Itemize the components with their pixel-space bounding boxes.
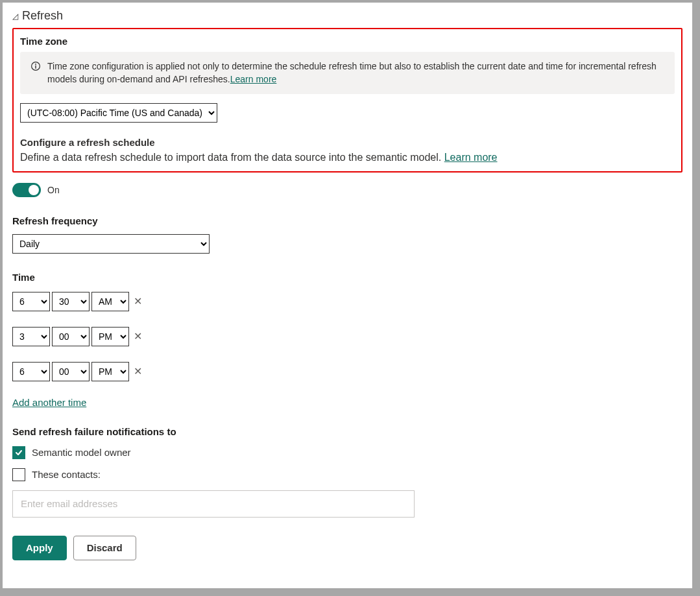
- schedule-toggle[interactable]: [12, 183, 41, 197]
- timezone-label: Time zone: [20, 36, 675, 47]
- remove-time-icon[interactable]: ✕: [131, 330, 145, 342]
- time-minute-select[interactable]: 00: [52, 362, 90, 381]
- add-another-time-link[interactable]: Add another time: [12, 397, 86, 408]
- time-row: 6 00 PM ✕: [12, 362, 682, 381]
- timezone-info-banner: Time zone configuration is applied not o…: [20, 52, 675, 94]
- info-icon: [30, 61, 41, 75]
- time-ampm-select[interactable]: PM: [91, 327, 129, 346]
- section-title: Refresh: [22, 9, 63, 23]
- contacts-input[interactable]: [12, 490, 415, 518]
- discard-button[interactable]: Discard: [73, 536, 136, 560]
- time-hour-select[interactable]: 6: [12, 362, 50, 381]
- apply-button[interactable]: Apply: [12, 536, 67, 560]
- svg-rect-2: [35, 66, 36, 69]
- collapse-icon: ◿: [12, 12, 18, 21]
- time-row: 6 30 AM ✕: [12, 292, 682, 311]
- timezone-info-text: Time zone configuration is applied not o…: [47, 60, 664, 86]
- time-minute-select[interactable]: 30: [52, 292, 90, 311]
- time-hour-select[interactable]: 3: [12, 327, 50, 346]
- time-hour-select[interactable]: 6: [12, 292, 50, 311]
- section-header[interactable]: ◿ Refresh: [12, 9, 682, 23]
- schedule-heading: Configure a refresh schedule: [20, 137, 675, 148]
- timezone-learn-more-link[interactable]: Learn more: [230, 74, 277, 84]
- refresh-settings-panel: ◿ Refresh Time zone Time zone configurat…: [0, 0, 695, 591]
- svg-point-1: [35, 64, 36, 65]
- time-ampm-select[interactable]: PM: [91, 362, 129, 381]
- timezone-select[interactable]: (UTC-08:00) Pacific Time (US and Canada): [20, 103, 217, 123]
- schedule-description: Define a data refresh schedule to import…: [20, 152, 675, 163]
- frequency-label: Refresh frequency: [12, 215, 682, 226]
- time-label: Time: [12, 272, 682, 283]
- schedule-learn-more-link[interactable]: Learn more: [444, 152, 498, 163]
- owner-checkbox-label: Semantic model owner: [32, 447, 131, 458]
- time-row: 3 00 PM ✕: [12, 327, 682, 346]
- owner-checkbox[interactable]: [12, 446, 25, 459]
- contacts-checkbox-label: These contacts:: [32, 469, 101, 480]
- remove-time-icon[interactable]: ✕: [131, 365, 145, 377]
- time-minute-select[interactable]: 00: [52, 327, 90, 346]
- highlighted-region: Time zone Time zone configuration is app…: [12, 28, 682, 173]
- remove-time-icon[interactable]: ✕: [131, 295, 145, 307]
- contacts-checkbox[interactable]: [12, 468, 25, 481]
- time-ampm-select[interactable]: AM: [91, 292, 129, 311]
- toggle-knob: [29, 185, 39, 195]
- frequency-select[interactable]: Daily: [12, 234, 210, 254]
- notifications-label: Send refresh failure notifications to: [12, 426, 682, 437]
- toggle-label: On: [47, 185, 60, 195]
